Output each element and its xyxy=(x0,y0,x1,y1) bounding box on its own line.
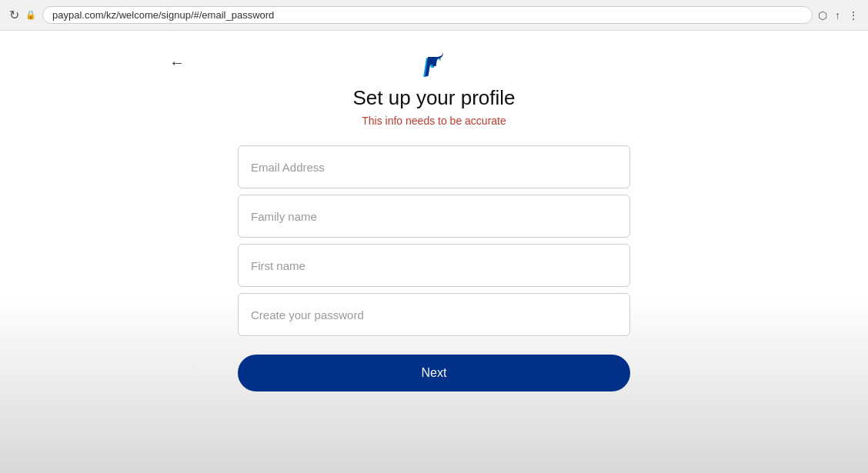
back-button[interactable]: ← xyxy=(169,54,185,72)
browser-controls: ↻ 🔒 xyxy=(9,8,36,22)
browser-actions: ⬡ ↑ ⋮ xyxy=(818,9,859,22)
page-subtitle: This info needs to be accurate xyxy=(362,115,506,127)
password-input[interactable] xyxy=(238,293,630,336)
first-name-input[interactable] xyxy=(238,244,630,287)
signup-form: Next xyxy=(238,145,630,391)
more-options-icon[interactable]: ⋮ xyxy=(848,9,859,22)
refresh-icon[interactable]: ↻ xyxy=(9,8,19,22)
lock-icon: 🔒 xyxy=(25,10,36,20)
page-title: Set up your profile xyxy=(352,86,515,110)
page-content: ← Set up your profile This info needs to… xyxy=(0,31,868,473)
next-button[interactable]: Next xyxy=(238,355,630,391)
paypal-logo xyxy=(419,46,449,77)
family-name-input[interactable] xyxy=(238,195,630,238)
email-input[interactable] xyxy=(238,145,630,188)
share-icon[interactable]: ↑ xyxy=(835,9,840,22)
screenshot-icon[interactable]: ⬡ xyxy=(818,9,827,22)
url-bar[interactable]: paypal.com/kz/welcome/signup/#/email_pas… xyxy=(42,6,813,24)
browser-bar: ↻ 🔒 paypal.com/kz/welcome/signup/#/email… xyxy=(0,0,868,31)
